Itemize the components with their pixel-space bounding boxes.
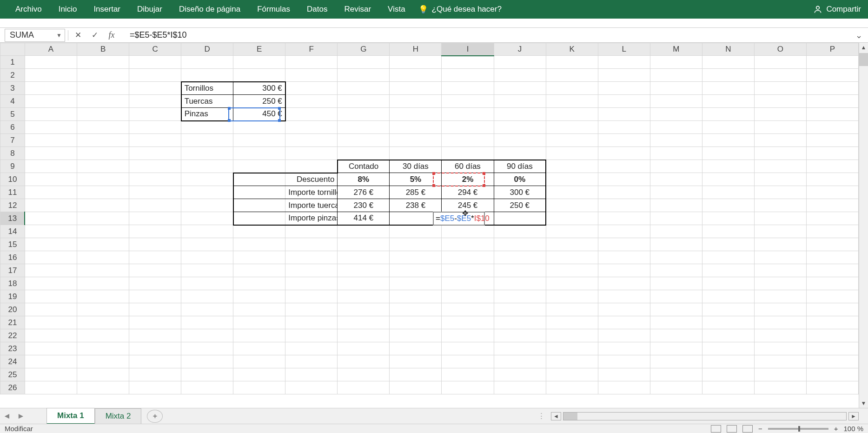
cell[interactable]	[129, 355, 181, 368]
row-21[interactable]: 21	[0, 316, 25, 329]
cell[interactable]	[754, 212, 806, 225]
cell[interactable]	[598, 225, 650, 238]
cell[interactable]	[25, 212, 77, 225]
cell[interactable]	[338, 238, 390, 251]
cell[interactable]	[129, 277, 181, 290]
spreadsheet-grid[interactable]: A B C D E F G H I J K L M N O P 123Torni…	[0, 43, 868, 406]
cell[interactable]	[650, 199, 702, 212]
cell[interactable]	[129, 160, 181, 173]
cell[interactable]	[806, 225, 858, 238]
cell[interactable]	[25, 264, 77, 277]
cell[interactable]	[546, 329, 598, 342]
cell[interactable]	[442, 329, 494, 342]
row-17[interactable]: 17	[0, 264, 25, 277]
cell[interactable]	[806, 238, 858, 251]
cell[interactable]	[650, 355, 702, 368]
cell[interactable]	[754, 251, 806, 264]
cell[interactable]	[546, 251, 598, 264]
cell[interactable]	[754, 355, 806, 368]
cell[interactable]	[233, 121, 285, 134]
cell[interactable]	[598, 303, 650, 316]
cell[interactable]	[25, 316, 77, 329]
cell[interactable]	[338, 121, 390, 134]
cell[interactable]	[650, 95, 702, 108]
cell[interactable]	[650, 342, 702, 355]
cell[interactable]	[338, 381, 390, 394]
cell[interactable]	[650, 82, 702, 95]
cell[interactable]	[25, 277, 77, 290]
cell[interactable]	[806, 69, 858, 82]
cell[interactable]	[806, 147, 858, 160]
insert-function-button[interactable]: fx	[105, 29, 119, 42]
cell[interactable]: 285 €	[390, 186, 442, 199]
cell[interactable]	[702, 329, 754, 342]
cell[interactable]	[754, 147, 806, 160]
cell[interactable]	[181, 160, 233, 173]
row-1[interactable]: 1	[0, 56, 25, 69]
cell[interactable]	[233, 264, 285, 277]
cell[interactable]	[650, 69, 702, 82]
cell[interactable]	[285, 160, 338, 173]
cell[interactable]	[702, 212, 754, 225]
cell[interactable]	[338, 277, 390, 290]
cell[interactable]	[598, 277, 650, 290]
cell[interactable]	[806, 264, 858, 277]
cell[interactable]	[494, 147, 546, 160]
cell[interactable]	[25, 342, 77, 355]
cell[interactable]	[702, 121, 754, 134]
row-9[interactable]: 9	[0, 160, 25, 173]
cell[interactable]	[25, 56, 77, 69]
cell[interactable]	[650, 290, 702, 303]
cell[interactable]	[338, 147, 390, 160]
sheet-nav-prev[interactable]: ◄	[0, 412, 14, 421]
cell[interactable]	[650, 368, 702, 381]
hscroll-thumb[interactable]	[563, 413, 577, 420]
cell[interactable]	[77, 355, 129, 368]
cell[interactable]	[181, 329, 233, 342]
cell[interactable]	[754, 264, 806, 277]
cell[interactable]	[494, 355, 546, 368]
cell[interactable]	[129, 95, 181, 108]
cell[interactable]	[181, 69, 233, 82]
row-5[interactable]: 5	[0, 108, 25, 121]
cell[interactable]	[494, 95, 546, 108]
cell[interactable]	[285, 134, 338, 147]
col-M[interactable]: M	[650, 43, 702, 56]
cell[interactable]	[650, 147, 702, 160]
tellme-search[interactable]: 💡 ¿Qué desea hacer?	[418, 5, 502, 14]
row-26[interactable]: 26	[0, 381, 25, 394]
cell[interactable]	[546, 290, 598, 303]
cell[interactable]	[77, 225, 129, 238]
cell[interactable]	[442, 355, 494, 368]
chevron-down-icon[interactable]: ▼	[56, 32, 62, 39]
cell[interactable]	[650, 238, 702, 251]
cell[interactable]	[806, 134, 858, 147]
cell[interactable]	[494, 108, 546, 121]
cell[interactable]	[754, 238, 806, 251]
row-22[interactable]: 22	[0, 329, 25, 342]
cell[interactable]	[285, 82, 338, 95]
cell[interactable]	[754, 368, 806, 381]
cell[interactable]	[390, 342, 442, 355]
cell[interactable]	[25, 238, 77, 251]
cell[interactable]	[650, 186, 702, 199]
cell[interactable]	[25, 368, 77, 381]
col-I[interactable]: I	[442, 43, 494, 56]
tab-datos[interactable]: Datos	[298, 1, 336, 18]
cell[interactable]	[25, 82, 77, 95]
col-N[interactable]: N	[702, 43, 754, 56]
cell[interactable]	[598, 381, 650, 394]
cell[interactable]	[546, 121, 598, 134]
cell[interactable]	[598, 251, 650, 264]
cell[interactable]	[442, 251, 494, 264]
cell[interactable]	[129, 56, 181, 69]
hscroll-left[interactable]: ◄	[551, 412, 561, 420]
view-pagelayout-button[interactable]	[727, 425, 737, 433]
cell[interactable]	[442, 69, 494, 82]
view-normal-button[interactable]	[711, 425, 721, 433]
cell[interactable]	[702, 316, 754, 329]
cell[interactable]	[390, 329, 442, 342]
cell[interactable]	[285, 56, 338, 69]
cell[interactable]	[233, 290, 285, 303]
cell[interactable]	[285, 342, 338, 355]
